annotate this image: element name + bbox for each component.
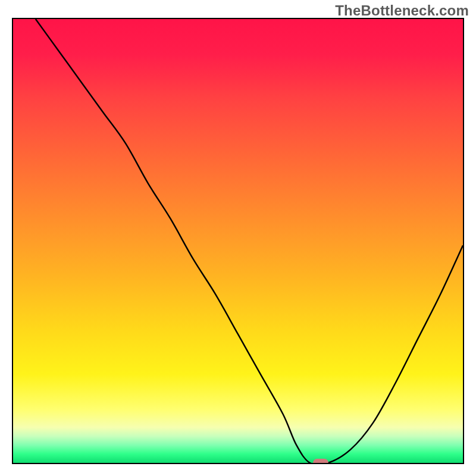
chart-container: TheBottleneck.com	[0, 0, 476, 476]
optimal-marker	[313, 459, 328, 464]
plot-area	[12, 18, 464, 464]
bottleneck-curve	[13, 19, 463, 463]
watermark-text: TheBottleneck.com	[335, 2, 469, 19]
